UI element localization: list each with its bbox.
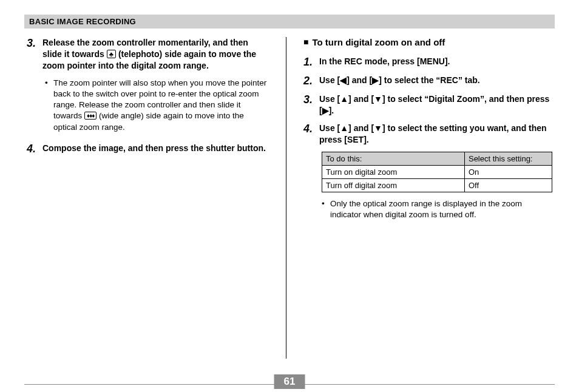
step-text: Use [▲] and [▼] to select the setting yo… — [319, 123, 552, 146]
table-row: Turn on digital zoom On — [322, 165, 552, 178]
step-number: 4. — [27, 143, 42, 155]
step-text: In the REC mode, press [MENU]. — [319, 56, 450, 69]
step-2: 2. Use [◀] and [▶] to select the “REC” t… — [303, 75, 552, 87]
step-text: Use [▲] and [▼] to select “Digital Zoom”… — [319, 93, 552, 117]
step-3: 3. Use [▲] and [▼] to select “Digital Zo… — [303, 93, 552, 117]
step-4: 4. Compose the image, and then press the… — [27, 143, 269, 155]
text-fragment: Use [ — [319, 75, 340, 85]
left-column: 3. Release the zoom controller momentari… — [24, 37, 271, 359]
text-fragment: ] and [ — [347, 75, 372, 85]
table-header-cell: To do this: — [322, 152, 465, 165]
settings-table: To do this: Select this setting: Turn on… — [322, 152, 552, 192]
step-3: 3. Release the zoom controller momentari… — [27, 37, 269, 72]
page-number: 61 — [274, 374, 305, 389]
step-number: 3. — [27, 37, 42, 72]
text-fragment: ] to select the “REC” tab. — [379, 75, 479, 85]
bullet-dot: • — [322, 198, 330, 220]
two-column-layout: 3. Release the zoom controller momentari… — [24, 37, 555, 359]
table-header-row: To do this: Select this setting: — [322, 152, 552, 165]
step-4: 4. Use [▲] and [▼] to select the setting… — [303, 123, 552, 146]
text-fragment: ] and [ — [348, 123, 374, 133]
step-number: 3. — [303, 93, 319, 117]
text-fragment: ] and [ — [348, 94, 374, 104]
bullet-text: Only the optical zoom range is displayed… — [330, 198, 552, 220]
telephoto-icon: ♣ — [107, 50, 116, 58]
manual-page: BASIC IMAGE RECORDING 3. Release the zoo… — [0, 0, 579, 392]
right-arrow-icon: ▶ — [372, 75, 379, 85]
step-text: Release the zoom controller momentarily,… — [42, 37, 269, 72]
sub-heading-text: To turn digital zoom on and off — [312, 37, 445, 47]
step-number: 1. — [303, 56, 319, 69]
left-arrow-icon: ◀ — [340, 75, 347, 85]
right-column: ■ To turn digital zoom on and off 1. In … — [301, 37, 555, 359]
column-divider — [286, 37, 286, 359]
step-1: 1. In the REC mode, press [MENU]. — [303, 56, 552, 69]
down-arrow-icon: ▼ — [374, 94, 382, 104]
bullet-list: • The zoom pointer will also stop when y… — [45, 78, 269, 133]
right-arrow-icon: ▶ — [322, 106, 329, 115]
step-number: 2. — [303, 75, 319, 87]
table-cell: Off — [464, 178, 552, 192]
text-fragment: Use [ — [319, 123, 340, 133]
table-header-cell: Select this setting: — [464, 152, 552, 165]
step-text: Compose the image, and then press the sh… — [42, 143, 266, 155]
square-bullet-icon: ■ — [303, 37, 308, 47]
bullet-dot: • — [45, 78, 53, 133]
sub-heading: ■ To turn digital zoom on and off — [303, 37, 552, 47]
wideangle-icon: ♦♦♦ — [84, 112, 96, 120]
bullet-list: • Only the optical zoom range is display… — [322, 198, 552, 220]
table-cell: Turn off digital zoom — [322, 178, 465, 192]
table-cell: On — [464, 165, 552, 178]
text-fragment: Use [ — [319, 94, 340, 104]
bullet-text: The zoom pointer will also stop when you… — [53, 78, 269, 133]
up-arrow-icon: ▲ — [340, 94, 348, 104]
page-footer: 61 — [24, 384, 555, 385]
step-number: 4. — [303, 123, 319, 146]
up-arrow-icon: ▲ — [340, 123, 348, 133]
text-fragment: ]. — [329, 106, 334, 115]
table-row: Turn off digital zoom Off — [322, 178, 552, 192]
bullet-item: • The zoom pointer will also stop when y… — [45, 78, 269, 133]
table-cell: Turn on digital zoom — [322, 165, 465, 178]
bullet-item: • Only the optical zoom range is display… — [322, 198, 552, 220]
down-arrow-icon: ▼ — [374, 123, 382, 133]
section-header: BASIC IMAGE RECORDING — [24, 15, 555, 29]
step-text: Use [◀] and [▶] to select the “REC” tab. — [319, 75, 480, 87]
